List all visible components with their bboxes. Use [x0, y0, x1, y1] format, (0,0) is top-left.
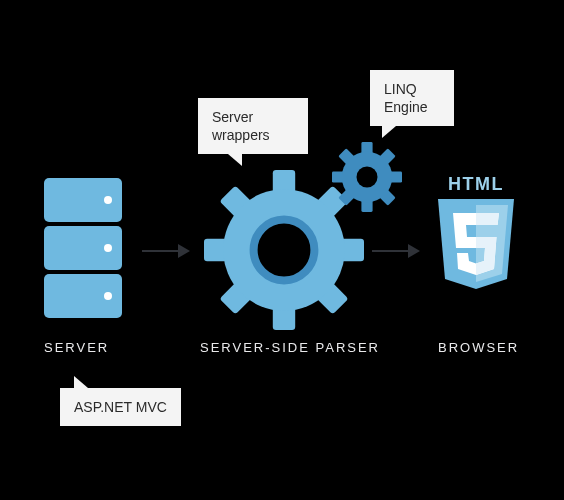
callout-text: LINQ — [384, 81, 417, 97]
arrow-icon — [372, 250, 418, 252]
callout-text: wrappers — [212, 127, 270, 143]
server-label: SERVER — [44, 340, 109, 355]
server-disk-icon — [44, 178, 122, 222]
html5-icon: HTML — [432, 174, 520, 295]
callout-text: ASP.NET MVC — [74, 399, 167, 415]
html5-shield-icon — [435, 199, 517, 291]
callout-tail-icon — [228, 154, 242, 166]
html5-word: HTML — [432, 174, 520, 195]
callout-text: Server — [212, 109, 253, 125]
diagram-stage: SERVER — [0, 0, 564, 500]
server-icon — [44, 178, 122, 322]
server-disk-icon — [44, 274, 122, 318]
svg-marker-24 — [476, 213, 499, 225]
callout-aspnet: ASP.NET MVC — [60, 388, 181, 426]
parser-label: SERVER-SIDE PARSER — [200, 340, 380, 355]
svg-point-20 — [357, 167, 378, 188]
server-disk-icon — [44, 226, 122, 270]
gear-small-icon — [332, 142, 402, 212]
callout-linq: LINQ Engine — [370, 70, 454, 126]
callout-text: Engine — [384, 99, 428, 115]
callout-tail-icon — [382, 126, 396, 138]
arrow-icon — [142, 250, 188, 252]
callout-tail-icon — [74, 376, 88, 388]
callout-wrappers: Server wrappers — [198, 98, 308, 154]
browser-label: BROWSER — [438, 340, 519, 355]
